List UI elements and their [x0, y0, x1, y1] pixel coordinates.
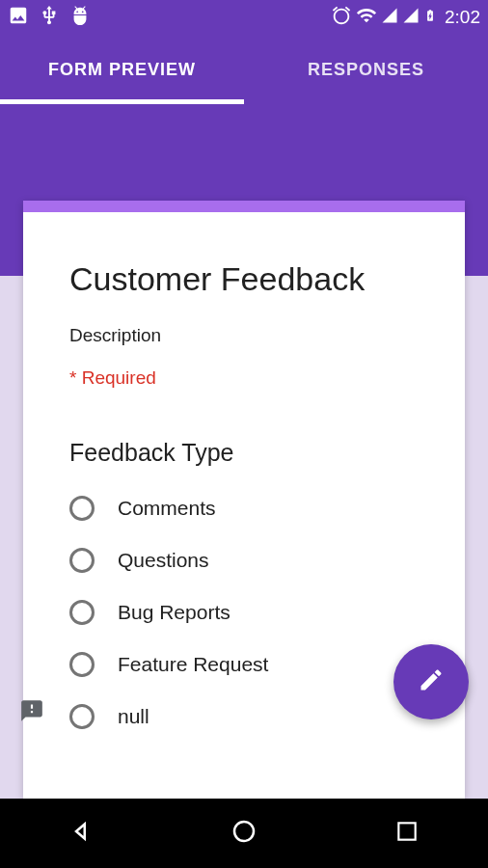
app-header: FORM PREVIEW RESPONSES [0, 35, 488, 104]
feedback-icon[interactable] [19, 698, 44, 723]
nav-bar [0, 799, 488, 868]
radio-icon [69, 600, 95, 625]
form-card-accent [23, 201, 465, 212]
question-title: Feedback Type [69, 439, 419, 467]
recent-icon [394, 819, 420, 848]
radio-option-feature-request[interactable]: Feature Request [69, 652, 419, 677]
alarm-icon [331, 5, 352, 30]
tab-label: RESPONSES [308, 60, 424, 80]
radio-label: Questions [118, 549, 209, 572]
radio-label: Bug Reports [118, 601, 230, 624]
radio-option-null[interactable]: null [69, 704, 419, 729]
tab-form-preview[interactable]: FORM PREVIEW [0, 35, 244, 104]
radio-icon [69, 652, 95, 677]
svg-rect-1 [398, 823, 415, 839]
nav-home-button[interactable] [220, 809, 268, 857]
radio-label: null [118, 705, 149, 728]
status-time: 2:02 [445, 7, 480, 28]
wifi-icon [356, 5, 377, 30]
signal-icon-1 [381, 7, 398, 28]
required-label: * Required [69, 367, 419, 389]
radio-icon [69, 496, 95, 521]
radio-option-questions[interactable]: Questions [69, 548, 419, 573]
back-icon [67, 817, 95, 850]
radio-option-comments[interactable]: Comments [69, 496, 419, 521]
battery-charging-icon [423, 5, 437, 30]
debug-icon [69, 5, 91, 30]
form-title: Customer Feedback [69, 260, 419, 298]
radio-label: Feature Request [118, 653, 268, 676]
radio-label: Comments [118, 497, 216, 520]
image-icon [8, 5, 29, 30]
signal-icon-2 [402, 7, 420, 28]
pencil-icon [418, 666, 445, 697]
edit-fab[interactable] [393, 644, 469, 719]
status-bar: 2:02 [0, 0, 488, 35]
radio-icon [69, 704, 95, 729]
form-description: Description [69, 325, 419, 346]
home-icon [230, 817, 258, 850]
main-area: Customer Feedback Description * Required… [0, 104, 488, 799]
usb-icon [39, 5, 60, 30]
form-card: Customer Feedback Description * Required… [23, 201, 465, 799]
nav-recent-button[interactable] [383, 809, 431, 857]
tab-label: FORM PREVIEW [48, 60, 196, 80]
tabs-container: FORM PREVIEW RESPONSES [0, 35, 488, 104]
radio-option-bug-reports[interactable]: Bug Reports [69, 600, 419, 625]
svg-point-0 [234, 822, 254, 841]
nav-back-button[interactable] [57, 809, 105, 857]
radio-icon [69, 548, 95, 573]
tab-responses[interactable]: RESPONSES [244, 35, 488, 104]
